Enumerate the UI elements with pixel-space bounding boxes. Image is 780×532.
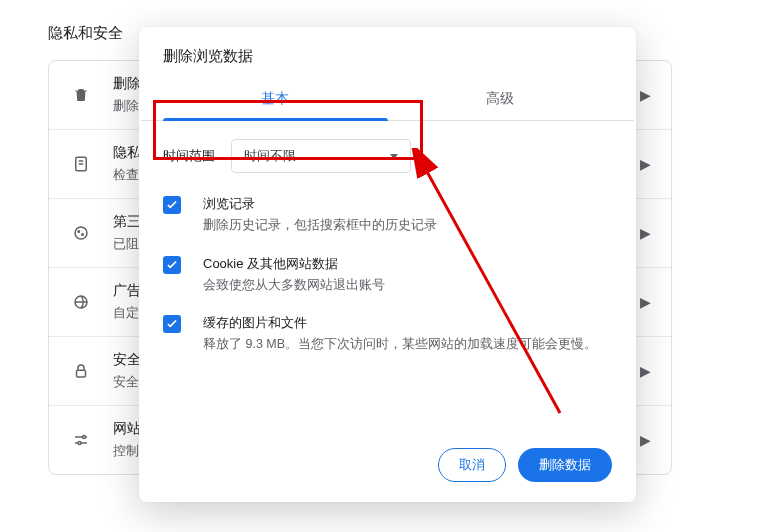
check-icon xyxy=(165,317,179,331)
clear-data-dialog: 删除浏览数据 基本 高级 时间范围 时间不限 浏览记录 删除历史记录，包括搜索框… xyxy=(139,27,636,502)
chevron-right-icon: ▶ xyxy=(640,87,651,103)
delete-data-button[interactable]: 删除数据 xyxy=(518,448,612,482)
chevron-right-icon: ▶ xyxy=(640,294,651,310)
time-range-label: 时间范围 xyxy=(163,147,215,165)
trash-icon xyxy=(69,86,93,104)
time-range-value: 时间不限 xyxy=(244,147,296,165)
tab-basic[interactable]: 基本 xyxy=(163,78,388,120)
options-list: 浏览记录 删除历史记录，包括搜索框中的历史记录 Cookie 及其他网站数据 会… xyxy=(139,181,636,432)
option-cookies: Cookie 及其他网站数据 会致使您从大多数网站退出账号 xyxy=(163,245,612,305)
privacy-guide-icon xyxy=(69,155,93,173)
checkbox-cached[interactable] xyxy=(163,315,181,333)
option-cached: 缓存的图片和文件 释放了 9.3 MB。当您下次访问时，某些网站的加载速度可能会… xyxy=(163,304,612,364)
chevron-right-icon: ▶ xyxy=(640,225,651,241)
check-icon xyxy=(165,198,179,212)
option-desc: 会致使您从大多数网站退出账号 xyxy=(203,277,385,295)
dialog-title: 删除浏览数据 xyxy=(139,27,636,78)
ads-icon xyxy=(69,293,93,311)
tab-advanced[interactable]: 高级 xyxy=(388,78,613,120)
dialog-tabs: 基本 高级 xyxy=(139,78,636,120)
cancel-button[interactable]: 取消 xyxy=(438,448,506,482)
svg-point-7 xyxy=(78,442,81,445)
option-desc: 删除历史记录，包括搜索框中的历史记录 xyxy=(203,217,437,235)
svg-point-6 xyxy=(83,436,86,439)
dialog-footer: 取消 删除数据 xyxy=(139,432,636,502)
option-title: 缓存的图片和文件 xyxy=(203,314,597,332)
chevron-right-icon: ▶ xyxy=(640,432,651,448)
chevron-right-icon: ▶ xyxy=(640,363,651,379)
option-title: 浏览记录 xyxy=(203,195,437,213)
chevron-down-icon xyxy=(390,154,398,159)
checkbox-browsing-history[interactable] xyxy=(163,196,181,214)
svg-rect-5 xyxy=(77,370,86,377)
page-title: 隐私和安全 xyxy=(48,24,123,43)
option-desc: 释放了 9.3 MB。当您下次访问时，某些网站的加载速度可能会更慢。 xyxy=(203,336,597,354)
option-browsing-history: 浏览记录 删除历史记录，包括搜索框中的历史记录 xyxy=(163,185,612,245)
lock-icon xyxy=(69,362,93,380)
checkbox-cookies[interactable] xyxy=(163,256,181,274)
cookie-icon xyxy=(69,224,93,242)
svg-point-1 xyxy=(75,227,87,239)
check-icon xyxy=(165,258,179,272)
svg-point-2 xyxy=(78,231,80,233)
time-range-select[interactable]: 时间不限 xyxy=(231,139,411,173)
sliders-icon xyxy=(69,431,93,449)
svg-point-3 xyxy=(82,234,84,236)
option-title: Cookie 及其他网站数据 xyxy=(203,255,385,273)
chevron-right-icon: ▶ xyxy=(640,156,651,172)
time-range-row: 时间范围 时间不限 xyxy=(139,121,636,181)
